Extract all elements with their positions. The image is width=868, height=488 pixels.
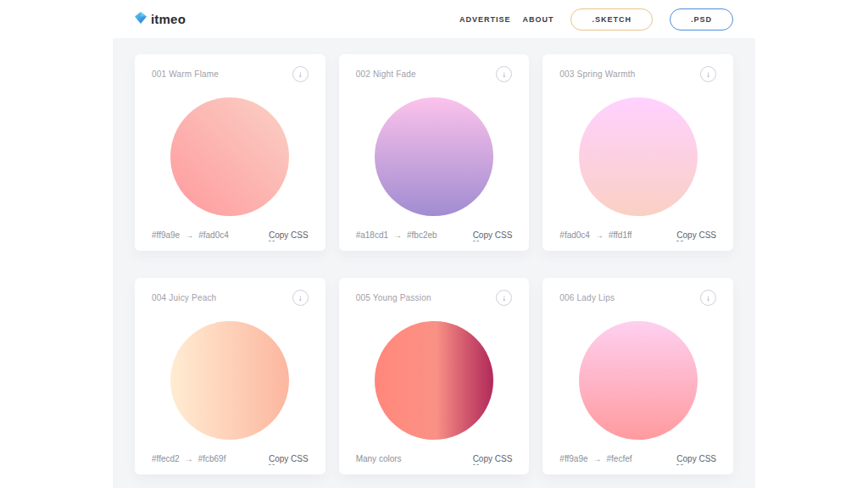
hex-range: Many colors bbox=[356, 454, 412, 463]
gradient-title: 006 Lady Lips bbox=[559, 293, 615, 302]
gradient-circle[interactable] bbox=[375, 97, 493, 216]
gradient-circle[interactable] bbox=[579, 97, 698, 216]
arrow-glyph: → bbox=[595, 230, 604, 240]
hex-range: #ffecd2 → #fcb69f bbox=[152, 454, 225, 463]
hex-range: #a18cd1 → #fbc2eb bbox=[356, 230, 437, 240]
gradient-circle[interactable] bbox=[579, 321, 698, 440]
arrow-glyph: → bbox=[185, 454, 193, 463]
copy-shortcut-key: C bbox=[473, 230, 479, 241]
arrow-glyph: → bbox=[185, 230, 193, 240]
arrow-glyph: → bbox=[393, 230, 402, 240]
copy-css-button[interactable]: Copy CSS bbox=[473, 230, 513, 240]
download-icon[interactable]: ↓ bbox=[700, 66, 716, 82]
arrow-glyph: → bbox=[593, 454, 602, 463]
gradient-preview-wrap bbox=[559, 306, 716, 454]
card-header: 006 Lady Lips ↓ bbox=[559, 290, 716, 306]
gradient-title: 001 Warm Flame bbox=[152, 69, 219, 79]
gradient-circle[interactable] bbox=[375, 321, 493, 440]
copy-css-button[interactable]: Copy CSS bbox=[676, 230, 716, 240]
gem-icon bbox=[135, 12, 147, 27]
card-header: 001 Warm Flame ↓ bbox=[152, 66, 309, 82]
webgradients-page: itmeo ADVERTISE ABOUT .SKETCH .PSD 001 W… bbox=[113, 0, 755, 488]
copy-css-button[interactable]: Copy CSS bbox=[269, 454, 309, 463]
hex-from: #fad0c4 bbox=[559, 230, 590, 240]
download-icon[interactable]: ↓ bbox=[496, 290, 512, 306]
hex-from: #ffecd2 bbox=[152, 454, 180, 463]
gradient-preview-wrap bbox=[356, 306, 513, 454]
colors-label: Many colors bbox=[356, 454, 402, 463]
download-icon[interactable]: ↓ bbox=[292, 66, 309, 82]
gradient-title: 004 Juicy Peach bbox=[152, 293, 216, 302]
gradient-grid: 001 Warm Flame ↓ #ff9a9e → #fad0c4 Copy … bbox=[113, 38, 755, 488]
hex-range: #ff9a9e → #fad0c4 bbox=[152, 230, 229, 240]
copy-css-button[interactable]: Copy CSS bbox=[473, 454, 513, 463]
card-footer: #fad0c4 → #ffd1ff Copy CSS bbox=[559, 230, 716, 240]
hex-to: #ffd1ff bbox=[609, 230, 632, 240]
site-header: itmeo ADVERTISE ABOUT .SKETCH .PSD bbox=[113, 0, 755, 38]
card-footer: #ff9a9e → #fecfef Copy CSS bbox=[559, 454, 716, 463]
copy-shortcut-key: C bbox=[676, 230, 682, 241]
card-header: 005 Young Passion ↓ bbox=[356, 290, 513, 306]
gradient-card-004: 004 Juicy Peach ↓ #ffecd2 → #fcb69f Copy… bbox=[135, 278, 326, 474]
gradient-title: 003 Spring Warmth bbox=[559, 69, 635, 79]
sketch-download-button[interactable]: .SKETCH bbox=[570, 8, 653, 30]
card-footer: #ff9a9e → #fad0c4 Copy CSS bbox=[152, 230, 309, 240]
gradient-card-005: 005 Young Passion ↓ Many colors Copy CSS bbox=[339, 278, 530, 474]
logo-text: itmeo bbox=[151, 12, 186, 26]
copy-shortcut-key: C bbox=[473, 454, 479, 465]
itmeo-logo[interactable]: itmeo bbox=[135, 12, 186, 27]
gradient-card-003: 003 Spring Warmth ↓ #fad0c4 → #ffd1ff Co… bbox=[542, 54, 733, 251]
header-nav: ADVERTISE ABOUT .SKETCH .PSD bbox=[459, 8, 733, 30]
hex-to: #fecfef bbox=[607, 454, 632, 463]
card-header: 002 Night Fade ↓ bbox=[356, 66, 513, 82]
download-icon[interactable]: ↓ bbox=[496, 66, 512, 82]
hex-from: #a18cd1 bbox=[356, 230, 388, 240]
gradient-preview-wrap bbox=[356, 82, 513, 230]
hex-range: #ff9a9e → #fecfef bbox=[559, 454, 632, 463]
hex-from: #ff9a9e bbox=[152, 230, 180, 240]
gradient-preview-wrap bbox=[559, 82, 716, 230]
card-footer: #a18cd1 → #fbc2eb Copy CSS bbox=[356, 230, 513, 240]
hex-to: #fad0c4 bbox=[198, 230, 229, 240]
gradient-preview-wrap bbox=[152, 82, 309, 230]
gradient-preview-wrap bbox=[152, 306, 309, 454]
gradient-circle[interactable] bbox=[170, 97, 289, 216]
download-icon[interactable]: ↓ bbox=[292, 290, 309, 306]
hex-range: #fad0c4 → #ffd1ff bbox=[559, 230, 632, 240]
gradient-title: 002 Night Fade bbox=[356, 69, 416, 79]
copy-label-rest: opy CSS bbox=[683, 230, 716, 240]
copy-label-rest: opy CSS bbox=[479, 230, 512, 240]
copy-label-rest: opy CSS bbox=[683, 454, 716, 463]
nav-advertise[interactable]: ADVERTISE bbox=[459, 15, 511, 24]
copy-label-rest: opy CSS bbox=[275, 454, 308, 463]
copy-label-rest: opy CSS bbox=[275, 230, 308, 240]
hex-from: #ff9a9e bbox=[559, 454, 587, 463]
card-header: 003 Spring Warmth ↓ bbox=[559, 66, 716, 82]
copy-shortcut-key: C bbox=[676, 454, 682, 465]
gradient-card-001: 001 Warm Flame ↓ #ff9a9e → #fad0c4 Copy … bbox=[135, 54, 326, 251]
card-footer: #ffecd2 → #fcb69f Copy CSS bbox=[152, 454, 309, 463]
nav-about[interactable]: ABOUT bbox=[522, 15, 554, 24]
download-icon[interactable]: ↓ bbox=[700, 290, 716, 306]
copy-label-rest: opy CSS bbox=[479, 454, 512, 463]
card-footer: Many colors Copy CSS bbox=[356, 454, 513, 463]
psd-download-button[interactable]: .PSD bbox=[670, 8, 733, 30]
hex-to: #fcb69f bbox=[198, 454, 226, 463]
gradient-card-002: 002 Night Fade ↓ #a18cd1 → #fbc2eb Copy … bbox=[339, 54, 530, 251]
hex-to: #fbc2eb bbox=[407, 230, 437, 240]
copy-css-button[interactable]: Copy CSS bbox=[676, 454, 716, 463]
copy-css-button[interactable]: Copy CSS bbox=[269, 230, 309, 240]
gradient-title: 005 Young Passion bbox=[356, 293, 431, 302]
gradient-circle[interactable] bbox=[170, 321, 289, 440]
card-header: 004 Juicy Peach ↓ bbox=[152, 290, 309, 306]
gradient-card-006: 006 Lady Lips ↓ #ff9a9e → #fecfef Copy C… bbox=[542, 278, 733, 474]
